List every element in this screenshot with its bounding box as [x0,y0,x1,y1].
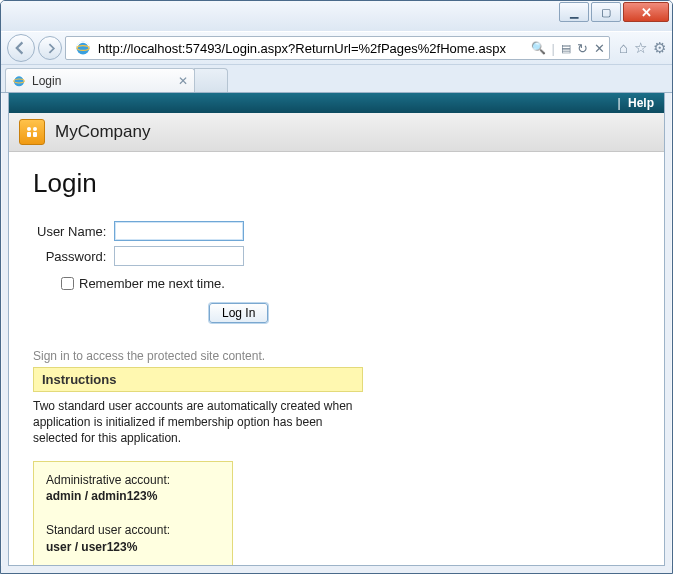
instructions-heading: Instructions [33,367,363,392]
tab-login[interactable]: Login ✕ [5,68,195,92]
stop-icon[interactable]: ✕ [594,42,605,55]
remember-row: Remember me next time. [57,274,640,293]
svg-rect-7 [33,132,37,137]
company-logo-icon [19,119,45,145]
help-link[interactable]: Help [628,96,654,110]
login-button[interactable]: Log In [209,303,268,323]
window-titlebar: ▁ ▢ ✕ [1,1,672,31]
brand-header: MyCompany [9,113,664,152]
maximize-button[interactable]: ▢ [591,2,621,22]
password-label: Password: [46,249,107,264]
admin-account-label: Administrative account: [46,472,220,489]
tab-strip: Login ✕ [1,65,672,93]
toolbar-right-icons: ⌂ ☆ ⚙ [619,39,666,57]
button-row: Log In [209,303,640,323]
search-icon[interactable]: 🔎 [531,42,546,54]
address-bar-icons: 🔎 | ▤ ↻ ✕ [531,42,605,55]
admin-account-credentials: admin / admin123% [46,488,220,505]
page-title: Login [33,168,640,199]
back-button[interactable] [7,34,35,62]
instructions-body: Two standard user accounts are automatic… [33,392,363,447]
page-viewport: | Help MyCompany Login User Name: Passwo… [8,93,665,566]
url-input[interactable] [96,40,529,57]
window-bottom-border [1,566,672,573]
compat-view-icon[interactable]: ▤ [561,43,571,54]
username-label: User Name: [37,224,106,239]
close-button[interactable]: ✕ [623,2,669,22]
ie-favicon-icon [75,40,91,56]
page-content: Login User Name: Password: Remember me n… [9,152,664,566]
address-bar[interactable]: 🔎 | ▤ ↻ ✕ [65,36,610,60]
svg-rect-6 [27,132,31,137]
remember-checkbox[interactable] [61,277,74,290]
remember-label: Remember me next time. [79,276,225,291]
new-tab-button[interactable] [194,68,228,92]
arrow-left-icon [14,41,28,55]
home-icon[interactable]: ⌂ [619,39,628,57]
signin-hint: Sign in to access the protected site con… [33,349,640,363]
browser-window: ▁ ▢ ✕ 🔎 | ▤ ↻ ✕ ⌂ ☆ ⚙ [0,0,673,574]
close-icon: ✕ [641,5,652,20]
minimize-button[interactable]: ▁ [559,2,589,22]
tab-close-icon[interactable]: ✕ [178,74,188,88]
password-input[interactable] [114,246,244,266]
favorites-icon[interactable]: ☆ [634,39,647,57]
user-account-label: Standard user account: [46,522,220,539]
tab-favicon-icon [12,74,26,88]
accounts-box: Administrative account: admin / admin123… [33,461,233,566]
forward-button[interactable] [38,36,62,60]
svg-point-4 [27,127,31,131]
company-name: MyCompany [55,122,150,142]
tools-gear-icon[interactable]: ⚙ [653,39,666,57]
navigation-bar: 🔎 | ▤ ↻ ✕ ⌂ ☆ ⚙ [1,31,672,65]
username-input[interactable] [114,221,244,241]
arrow-right-icon [45,43,56,54]
user-account-credentials: user / user123% [46,539,220,556]
minimize-icon: ▁ [570,6,578,19]
tab-title: Login [32,74,61,88]
login-form: User Name: Password: [33,217,248,270]
divider: | [552,42,555,55]
help-bar: | Help [9,93,664,113]
window-buttons: ▁ ▢ ✕ [559,2,669,22]
divider: | [618,96,621,110]
maximize-icon: ▢ [601,6,611,19]
svg-point-5 [33,127,37,131]
refresh-icon[interactable]: ↻ [577,42,588,55]
